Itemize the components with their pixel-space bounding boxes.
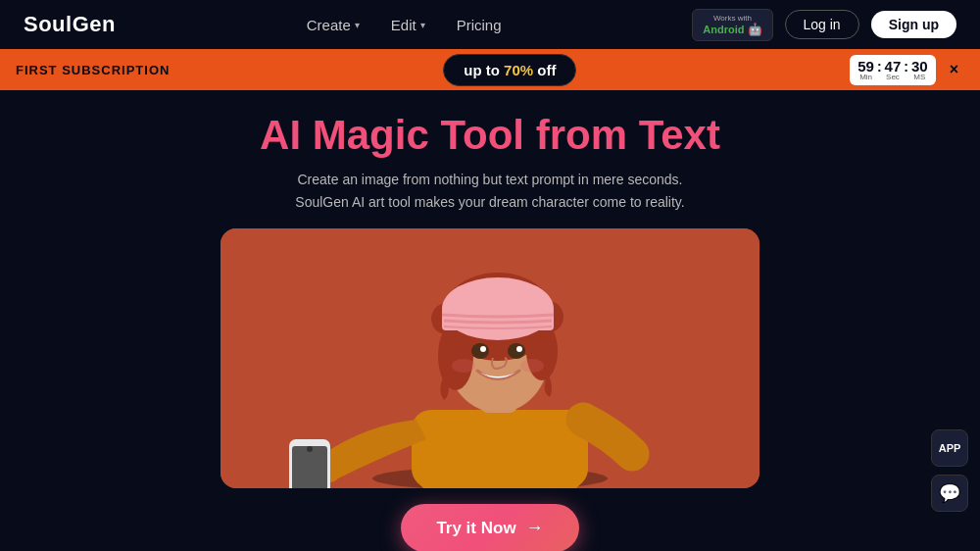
svg-point-16 [480,346,486,352]
discount-text: 70% [504,62,533,78]
android-icon: 🤖 [748,23,762,36]
svg-point-15 [508,343,525,359]
promo-right: 59 Min : 47 Sec : 30 MS × [850,55,964,85]
promo-close-button[interactable]: × [944,59,964,80]
countdown-sep-2: : [904,59,908,80]
works-with-label: Works with [713,14,752,23]
chevron-down-icon: ▾ [355,20,360,30]
chat-button[interactable]: 💬 [931,475,968,512]
countdown-sep-1: : [877,59,882,80]
promo-banner: FIRST SUBSCRIPTION up to 70% off 59 Min … [0,49,980,90]
main-subtitle: Create an image from nothing but text pr… [295,169,684,213]
android-label: Android 🤖 [703,23,761,36]
svg-point-19 [520,359,544,373]
svg-point-17 [516,346,522,352]
countdown-timer: 59 Min : 47 Sec : 30 MS [850,55,935,85]
signup-button[interactable]: Sign up [871,11,956,38]
navbar: SoulGen Create ▾ Edit ▾ Pricing Works wi… [0,0,980,49]
chat-icon: 💬 [939,482,960,504]
promo-left-text: FIRST SUBSCRIPTION [16,63,170,77]
countdown-seconds: 47 Sec [885,59,902,81]
promo-center: up to 70% off [443,54,576,86]
try-it-now-button[interactable]: Try it Now → [401,504,578,551]
android-badge[interactable]: Works with Android 🤖 [692,9,772,41]
nav-create[interactable]: Create ▾ [307,17,360,33]
nav-pricing[interactable]: Pricing [457,17,502,33]
hero-image [220,228,760,488]
svg-point-18 [452,359,475,373]
svg-point-6 [307,446,313,452]
main-title: AI Magic Tool from Text [260,112,720,159]
arrow-icon: → [526,518,544,538]
countdown-minutes: 59 Min [858,59,874,81]
countdown-ms: 30 MS [911,59,928,81]
nav-menu: Create ▾ Edit ▾ Pricing [307,17,502,33]
svg-rect-5 [292,446,327,488]
main-content: AI Magic Tool from Text Create an image … [0,90,980,551]
site-logo[interactable]: SoulGen [24,12,116,37]
side-buttons: APP 💬 [931,429,968,512]
chevron-down-icon: ▾ [420,20,425,30]
app-button[interactable]: APP [931,429,968,467]
svg-point-14 [471,343,489,359]
login-button[interactable]: Log in [785,10,859,39]
svg-rect-3 [412,410,588,488]
app-icon: APP [939,442,961,454]
navbar-right: Works with Android 🤖 Log in Sign up [692,9,956,41]
nav-edit[interactable]: Edit ▾ [391,17,425,33]
